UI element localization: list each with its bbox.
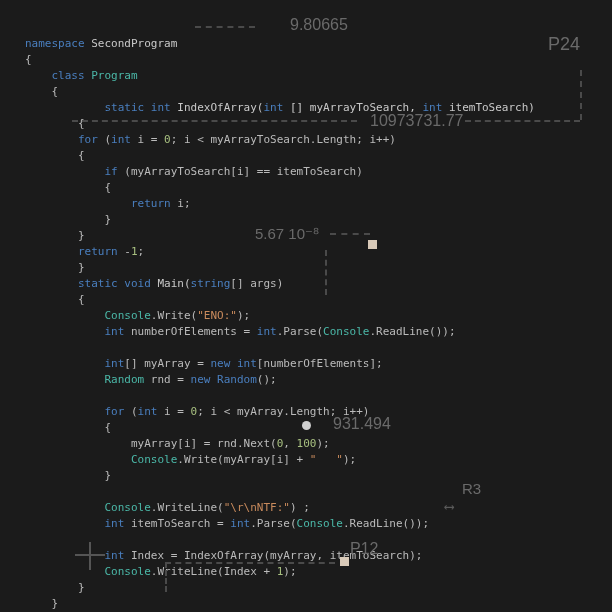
dash-line [165,562,167,592]
annotation-value: 9.80665 [290,16,348,34]
circle-marker [302,421,311,430]
dash-line [72,120,357,122]
keyword: namespace [25,37,85,50]
dash-line [465,120,580,122]
square-marker [368,240,377,249]
dash-line [195,26,255,28]
dash-line [330,233,370,235]
dash-line [325,250,327,295]
arrow-icon: ⟷ [445,498,453,514]
dash-line [165,562,335,564]
square-marker [340,557,349,566]
code-editor[interactable]: namespace SecondProgram { class Program … [25,20,535,612]
annotation-label: P12 [350,540,378,558]
dash-line [580,70,582,120]
annotation-value: 931.494 [333,415,391,433]
annotation-label: P24 [548,34,580,55]
namespace-name: SecondProgram [91,37,177,50]
annotation-label: R3 [462,480,481,497]
annotation-value: 5.67 10⁻⁸ [255,225,319,243]
annotation-value: 10973731.77 [370,112,463,130]
